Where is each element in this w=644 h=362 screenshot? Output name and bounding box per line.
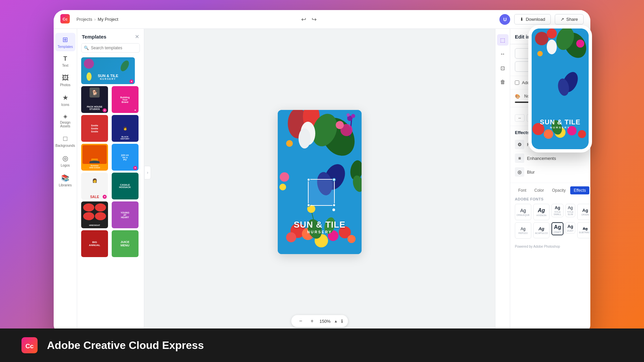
tab-font[interactable]: Font xyxy=(515,186,530,194)
template-item-8[interactable]: 👩 SALE ★ xyxy=(81,173,108,199)
canvas-area: SUN & TILE NURSERY − + 150% ▲ ℹ xyxy=(144,29,495,335)
font-swatch-8[interactable]: Ag DUET xyxy=(566,222,575,234)
template-item-2[interactable]: 🐕 PACK HOUSESTUDIOS ★ xyxy=(81,86,108,113)
font-ag-3: Ag xyxy=(568,205,573,210)
sidebar-item-libraries[interactable]: 📚 Libraries xyxy=(55,171,75,190)
toolbar-delete-button[interactable]: 🗑 xyxy=(497,76,508,88)
template-item-10[interactable]: HINDSIGHT xyxy=(81,201,108,228)
sidebar-item-text[interactable]: T Text xyxy=(55,53,75,70)
zoom-dropdown-arrow[interactable]: ▲ xyxy=(334,319,338,323)
font-swatch-0[interactable]: Ag ORALEQUE xyxy=(515,204,531,220)
font-ag-2: Ag xyxy=(555,205,560,210)
tab-effects[interactable]: Effects xyxy=(570,186,589,194)
templates-close-button[interactable]: ✕ xyxy=(135,34,139,40)
toolbar-resize-button[interactable]: ⊡ xyxy=(497,62,508,74)
main-content: ⊞ Templates T Text 🖼 Photos ★ Icons ◈ De… xyxy=(54,29,590,335)
zoom-bar: − + 150% ▲ ℹ xyxy=(291,315,348,327)
font-swatch-2[interactable]: Ag TITLE SMALL xyxy=(551,204,563,217)
template-item-5[interactable]: 👩 BLACKHISTORY xyxy=(112,115,139,142)
canvas-design[interactable]: SUN & TILE NURSERY xyxy=(278,110,362,254)
svg-point-24 xyxy=(280,172,289,182)
font-ag-9: Ag xyxy=(583,227,588,231)
sidebar-item-backgrounds[interactable]: □ Backgrounds xyxy=(55,132,75,150)
add-to-bg-checkbox[interactable] xyxy=(515,80,519,85)
template-item-1[interactable]: SUN & TILE NURSERY ★ xyxy=(81,57,135,84)
font-name-0: ORALEQUE xyxy=(517,214,530,216)
font-ag-0: Ag xyxy=(520,208,526,213)
search-input[interactable] xyxy=(81,43,140,53)
font-ag-5: Ag xyxy=(521,227,526,231)
share-label: Share xyxy=(566,17,578,22)
font-name-7: CRAFT xyxy=(553,231,561,233)
avatar[interactable]: U xyxy=(499,14,510,25)
sidebar-item-design-assets[interactable]: ◈ Design Assets xyxy=(55,111,75,131)
template-item-9[interactable]: CASALEHOSSACK xyxy=(112,173,139,199)
share-icon: ↗ xyxy=(560,17,564,22)
font-swatch-7[interactable]: Ag CRAFT xyxy=(551,222,563,235)
svg-text:Cc: Cc xyxy=(25,343,34,350)
panel-collapse-button[interactable]: › xyxy=(144,166,151,179)
header: Cc Projects › My Project ↩ ↪ U ⬇ Downloa… xyxy=(54,10,590,29)
breadcrumb-projects[interactable]: Projects xyxy=(76,17,92,22)
sidebar-item-logos[interactable]: ◎ Logos xyxy=(55,152,75,170)
font-swatch-9[interactable]: Ag SUBTRACT xyxy=(577,222,590,238)
font-name-3: TITLE SLIM xyxy=(567,211,574,216)
svg-point-25 xyxy=(279,184,286,190)
sidebar-item-icons[interactable]: ★ Icons xyxy=(55,91,75,109)
bottom-bar: Cc Adobe Creative Cloud Express xyxy=(0,328,644,362)
share-button[interactable]: ↗ Share xyxy=(555,14,584,24)
sidebar-item-logos-label: Logos xyxy=(61,164,70,167)
zoom-in-button[interactable]: + xyxy=(308,317,316,325)
toolbar-flip-button[interactable]: ↔ xyxy=(497,48,508,60)
phone-design-text: SUN & TILE NURSERY xyxy=(532,118,589,129)
flip-h-button[interactable]: ↔ xyxy=(515,114,525,122)
tab-color[interactable]: Color xyxy=(531,186,547,194)
templates-panel-header: Templates ✕ xyxy=(77,29,144,43)
font-swatch-1[interactable]: Ag HYENON xyxy=(533,204,550,220)
template-item-6[interactable]: SummerVAN GOGH xyxy=(81,144,108,171)
canvas-text-area: SUN & TILE NURSERY xyxy=(278,220,362,234)
svg-point-39 xyxy=(537,51,543,56)
adobe-fonts-label: ADOBE FONTS xyxy=(510,194,590,202)
font-swatch-4[interactable]: Ag DRAIN xyxy=(577,204,590,220)
breadcrumb: Projects › My Project xyxy=(76,17,118,22)
font-ag-1: Ag xyxy=(538,207,545,214)
sidebar-item-libraries-label: Libraries xyxy=(59,183,71,187)
zoom-info-button[interactable]: ℹ xyxy=(341,318,343,324)
template-item-4[interactable]: SmileSmileSmile xyxy=(81,115,108,142)
breadcrumb-current[interactable]: My Project xyxy=(98,17,118,22)
blur-row[interactable]: ◎ Blur xyxy=(515,165,586,179)
redo-button[interactable]: ↪ xyxy=(312,16,317,23)
svg-point-13 xyxy=(336,121,344,129)
template-item-3[interactable]: BuildingYourBrand ★ xyxy=(112,86,139,113)
sidebar-item-photos[interactable]: 🖼 Photos xyxy=(55,71,75,89)
svg-text:Cc: Cc xyxy=(63,17,67,21)
download-button[interactable]: ⬇ Download xyxy=(514,14,551,24)
bottom-bar-title: Adobe Creative Cloud Express xyxy=(47,339,204,352)
toolbar-crop-button[interactable]: ⬚ xyxy=(497,34,508,46)
templates-grid: SUN & TILE NURSERY ★ 🐕 xyxy=(77,56,144,335)
zoom-out-button[interactable]: − xyxy=(297,317,305,325)
selection-handle-tl[interactable] xyxy=(307,178,310,181)
backgrounds-icon: □ xyxy=(63,135,67,142)
svg-point-10 xyxy=(351,114,355,118)
undo-button[interactable]: ↩ xyxy=(301,16,306,23)
canvas-background: SUN & TILE NURSERY xyxy=(278,110,362,254)
blur-icon: ◎ xyxy=(515,167,524,177)
selection-box[interactable] xyxy=(308,179,335,206)
left-sidebar: ⊞ Templates T Text 🖼 Photos ★ Icons ◈ De… xyxy=(54,29,77,335)
template-item-7[interactable]: join usfor aPO ★ xyxy=(112,144,139,171)
enhancements-row[interactable]: ≡ Enhancements xyxy=(515,152,586,165)
template-item-12[interactable]: BIGANNUAL xyxy=(81,230,108,257)
right-toolbar: ⬚ ↔ ⊡ 🗑 xyxy=(495,29,510,335)
sidebar-item-templates-label: Templates xyxy=(58,45,73,49)
font-swatch-3[interactable]: Ag TITLE SLIM xyxy=(566,204,575,217)
tab-opacity[interactable]: Opacity xyxy=(549,186,569,194)
font-swatch-5[interactable]: Ag REFLEX xyxy=(515,222,531,239)
font-swatch-6[interactable]: Ag ACAPULCO xyxy=(533,222,550,239)
template-item-11[interactable]: YOUNGATHEART xyxy=(112,201,139,228)
sidebar-item-templates[interactable]: ⊞ Templates xyxy=(55,33,75,51)
zoom-level: 150% xyxy=(319,319,330,324)
template-item-13[interactable]: JUICEMENU xyxy=(112,230,139,257)
svg-point-41 xyxy=(544,129,553,139)
